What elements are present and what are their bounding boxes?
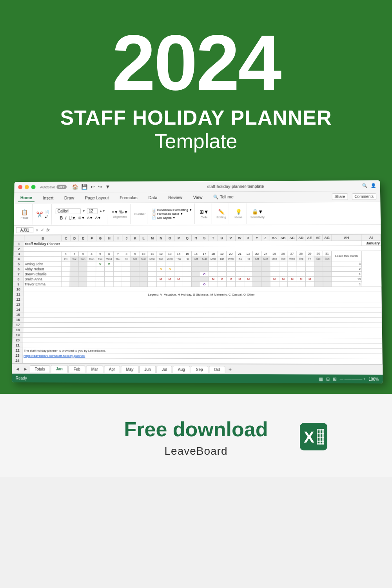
page-break-icon[interactable]: ⊞ bbox=[333, 376, 336, 381]
col-e-header: E bbox=[79, 235, 87, 241]
day-28: 28 bbox=[297, 251, 305, 256]
tab-data[interactable]: Data bbox=[146, 193, 160, 201]
redo-icon[interactable]: ↪ bbox=[98, 184, 102, 190]
tab-home[interactable]: Home bbox=[18, 194, 34, 202]
tab-formulas[interactable]: Formulas bbox=[117, 194, 140, 201]
sheet-tab-jan[interactable]: Jan bbox=[51, 365, 67, 373]
tab-tellme[interactable]: 🔍 Tell me bbox=[211, 193, 236, 201]
sheet-tab-aug[interactable]: Aug bbox=[173, 366, 190, 373]
formula-input[interactable] bbox=[52, 229, 378, 230]
col-k-header: K bbox=[131, 235, 140, 241]
day-2: 2 bbox=[70, 251, 79, 256]
sensitivity-icon[interactable]: 🔒▼ bbox=[252, 209, 263, 214]
tab-pagelayout[interactable]: Page Layout bbox=[83, 194, 111, 201]
autosave-area: AutoSave OFF bbox=[40, 185, 67, 189]
conditional-formatting-button[interactable]: 📊 Conditional Formatting ▼ bbox=[152, 208, 192, 212]
sheet-tab-oct[interactable]: Oct bbox=[209, 366, 225, 373]
border-button[interactable]: ⊞▼ bbox=[78, 216, 85, 220]
sheet-tab-mar[interactable]: Mar bbox=[86, 365, 103, 372]
font-color-button[interactable]: A▼ bbox=[95, 216, 101, 220]
copy-icon[interactable]: 📄 bbox=[44, 210, 49, 214]
col-z-header: Z bbox=[261, 235, 270, 241]
sheet-add-tab[interactable]: + bbox=[226, 366, 234, 372]
normal-view-icon[interactable]: ▦ bbox=[319, 376, 323, 381]
ideas-group: 💡 Ideas bbox=[231, 203, 247, 224]
window-maximize-dot[interactable] bbox=[31, 185, 36, 189]
comments-button[interactable]: Comments bbox=[352, 193, 376, 200]
day-27: 27 bbox=[287, 251, 297, 256]
dayname-28: Thu bbox=[297, 256, 305, 261]
arving-day5: V bbox=[96, 261, 105, 267]
fill-color-button[interactable]: A▼ bbox=[87, 216, 93, 220]
autosave-toggle[interactable]: OFF bbox=[56, 185, 67, 189]
sheet-tab-totals[interactable]: Totals bbox=[30, 365, 50, 372]
day-14: 14 bbox=[174, 251, 183, 256]
tab-review[interactable]: Review bbox=[166, 193, 185, 201]
tab-view[interactable]: View bbox=[191, 193, 205, 201]
formula-check[interactable]: ✓ bbox=[41, 228, 44, 233]
undo-icon[interactable]: ↩ bbox=[91, 184, 95, 190]
sheet-nav-next[interactable]: ► bbox=[22, 367, 30, 371]
day-12: 12 bbox=[157, 251, 165, 256]
align-icon[interactable]: ≡▼ bbox=[112, 210, 118, 214]
sheet-nav-prev[interactable]: ◄ bbox=[13, 367, 22, 371]
ideas-icon[interactable]: 💡 bbox=[235, 209, 241, 214]
cut-icon[interactable]: ✂️ bbox=[36, 211, 43, 218]
row-6-abby-robert: 6 Abby Robert S S bbox=[13, 266, 381, 272]
day-9: 9 bbox=[131, 251, 139, 256]
legend-cell: Legend: V- Vacation, H-Holiday, S-Sickne… bbox=[24, 292, 382, 297]
tab-draw[interactable]: Draw bbox=[62, 194, 76, 201]
zoom-slider[interactable]: — ————— + bbox=[340, 377, 366, 381]
cell-styles-button[interactable]: 📄 Cell Styles ▼ bbox=[152, 216, 192, 220]
svg-rect-5 bbox=[317, 429, 324, 430]
underline-button[interactable]: U▼ bbox=[69, 216, 76, 220]
cell-reference-input[interactable] bbox=[16, 227, 33, 233]
sheet-grid-container[interactable]: B C D E F G H I J K L M N O P bbox=[12, 234, 383, 364]
col-ag-header: AG bbox=[323, 234, 332, 241]
corner-header bbox=[14, 235, 24, 241]
tab-insert[interactable]: Insert bbox=[40, 194, 56, 201]
sheet-tab-may[interactable]: May bbox=[121, 365, 138, 372]
anna-day20: M bbox=[226, 276, 236, 281]
window-close-dot[interactable] bbox=[18, 185, 22, 189]
window-minimize-dot[interactable] bbox=[25, 185, 29, 189]
share-button[interactable]: Share bbox=[332, 193, 348, 200]
day-8: 8 bbox=[122, 251, 131, 256]
more-icon[interactable]: ▼ bbox=[105, 184, 110, 190]
emp-brown-charlie: Brown Charlie bbox=[24, 272, 61, 277]
leaveboard-brand: LeaveBoard bbox=[124, 445, 268, 457]
dayname-13: Wed bbox=[165, 256, 174, 261]
sheet-tab-apr[interactable]: Apr bbox=[104, 365, 120, 372]
cells-icon[interactable]: ⊞▼ bbox=[200, 209, 209, 215]
row-15: 15 bbox=[13, 312, 382, 318]
font-name-input[interactable] bbox=[56, 208, 81, 214]
day-29: 29 bbox=[305, 251, 314, 256]
italic-button[interactable]: I bbox=[65, 216, 66, 220]
day-17: 17 bbox=[200, 251, 209, 256]
editing-label: Editing bbox=[216, 215, 226, 219]
save-icon[interactable]: 💾 bbox=[81, 184, 87, 190]
sheet-tab-jun[interactable]: Jun bbox=[139, 365, 156, 372]
dayname-21: Thu bbox=[236, 256, 244, 261]
row-18: 18 bbox=[13, 327, 382, 333]
account-icon[interactable]: 👤 bbox=[371, 183, 376, 188]
sheet-tab-sep[interactable]: Sep bbox=[191, 366, 208, 373]
sheet-tab-feb[interactable]: Feb bbox=[69, 365, 85, 372]
format-painter-icon[interactable]: 🖌 bbox=[44, 215, 49, 219]
font-size-input[interactable] bbox=[87, 208, 98, 214]
home-icon[interactable]: 🏠 bbox=[72, 184, 78, 190]
paste-icon[interactable]: 📋 bbox=[21, 209, 28, 216]
format-as-table-button[interactable]: 📋 Format as Table ▼ bbox=[152, 212, 192, 216]
row-num-2: 2 bbox=[14, 247, 24, 252]
bold-button[interactable]: B bbox=[60, 216, 63, 220]
dayname-20: Wed bbox=[226, 256, 236, 261]
anna-day26: M bbox=[279, 276, 288, 281]
editing-icon[interactable]: ✏️ bbox=[218, 209, 224, 214]
page-layout-icon[interactable]: ⊟ bbox=[326, 376, 330, 381]
day-3: 3 bbox=[79, 251, 87, 256]
percent-icon[interactable]: %◦▼ bbox=[119, 210, 128, 214]
sheet-tab-jul[interactable]: Jul bbox=[157, 365, 172, 372]
formula-separator: × bbox=[36, 227, 38, 233]
search-icon[interactable]: 🔍 bbox=[362, 183, 367, 188]
paste-label: Paste bbox=[20, 216, 28, 220]
